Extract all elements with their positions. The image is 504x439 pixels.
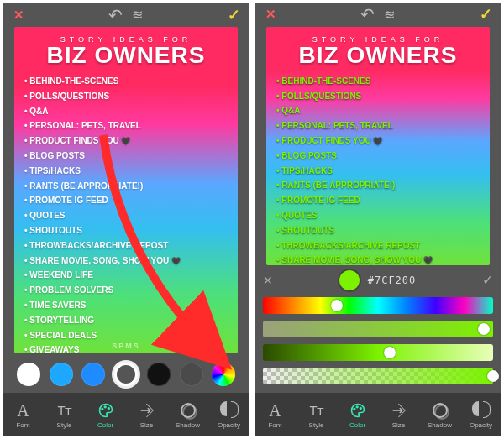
tab-size[interactable]: Size [129, 401, 165, 429]
design-canvas[interactable]: STORY IDEAS FOR BIZ OWNERS BEHIND-THE-SC… [266, 27, 490, 265]
saturation-slider[interactable] [263, 321, 493, 337]
style-icon [307, 401, 326, 420]
alpha-slider[interactable] [263, 368, 493, 384]
list-item: PROMOTE IG FEED [276, 193, 480, 208]
hue-slider[interactable] [263, 297, 493, 314]
graphic-bullet-list: BEHIND-THE-SCENESPOLLS/QUESTIONSQ&APERSO… [24, 74, 228, 357]
editor-screen-color-picker: STORY IDEAS FOR BIZ OWNERS BEHIND-THE-SC… [255, 3, 501, 436]
hex-value[interactable]: #7CF200 [368, 274, 417, 286]
confirm-icon[interactable] [226, 8, 241, 23]
tab-label: Color [349, 421, 365, 429]
list-item: QUOTES [24, 208, 228, 223]
tab-font[interactable]: Font [5, 401, 42, 429]
tab-style[interactable]: Style [46, 401, 83, 429]
list-item: SHOUTOUTS [276, 223, 480, 238]
size-icon [390, 401, 408, 420]
font-icon [266, 401, 285, 420]
layers-icon[interactable] [129, 8, 144, 23]
svg-point-0 [102, 409, 103, 410]
tab-opacity[interactable]: Opacity [463, 401, 500, 429]
list-item: SHOUTOUTS [24, 223, 228, 238]
swatch-blue-2[interactable] [81, 363, 105, 386]
current-color-swatch[interactable] [339, 270, 360, 290]
list-item: THROWBACKS/ARCHIVE REPOST [276, 238, 480, 253]
list-item: PERSONAL: PETS, TRAVEL [24, 118, 228, 133]
swatch-gray[interactable] [180, 363, 203, 386]
font-icon [14, 401, 33, 420]
list-item: BEHIND-THE-SCENES [24, 74, 228, 89]
style-icon [55, 401, 74, 420]
picker-confirm-icon[interactable] [482, 272, 493, 288]
design-canvas[interactable]: STORY IDEAS FOR BIZ OWNERS BEHIND-THE-SC… [14, 27, 238, 353]
top-toolbar [3, 3, 249, 27]
swatch-black[interactable] [147, 363, 171, 386]
palette-icon [349, 401, 367, 420]
confirm-icon[interactable] [478, 7, 493, 22]
tab-shadow[interactable]: Shadow [422, 401, 459, 429]
swatch-blue-1[interactable] [50, 363, 73, 386]
list-item: TIPS/HACKS [24, 164, 228, 179]
close-icon[interactable] [263, 7, 278, 22]
tab-label: Style [57, 421, 72, 429]
list-item: PRODUCT FINDS YOU [24, 133, 228, 149]
opacity-icon [220, 401, 239, 420]
opacity-icon [472, 401, 491, 420]
swatch-outline[interactable] [114, 363, 138, 386]
color-picker-panel: #7CF200 [255, 265, 501, 393]
list-item: POLLS/QUESTIONS [276, 89, 480, 104]
alpha-knob[interactable] [487, 370, 499, 382]
list-item: SHARE MOVIE, SONG, SHOW YOU [276, 253, 480, 264]
tab-label: Style [309, 421, 324, 429]
lightness-slider[interactable] [263, 344, 493, 361]
hue-knob[interactable] [331, 300, 343, 311]
tab-label: Font [16, 421, 29, 429]
list-item: STORYTELLING [24, 313, 228, 328]
svg-point-1 [104, 406, 106, 408]
list-item: RANTS (BE APPROPRIATE!) [24, 179, 228, 194]
graphic-title: BIZ OWNERS [276, 42, 480, 69]
list-item: Q&A [276, 103, 480, 118]
list-item: PRODUCT FINDS YOU [276, 133, 480, 149]
palette-icon [97, 401, 115, 420]
swatch-white[interactable] [17, 363, 40, 386]
list-item: QUOTES [276, 208, 480, 223]
watermark: SPMS [14, 342, 238, 350]
svg-point-3 [354, 409, 355, 410]
tab-shadow[interactable]: Shadow [170, 401, 207, 429]
bottom-tool-tabs: Font Style Color Size [255, 393, 501, 436]
tab-opacity[interactable]: Opacity [211, 401, 248, 429]
tab-style[interactable]: Style [298, 401, 335, 429]
list-item: PROBLEM SOLVERS [24, 283, 228, 298]
top-toolbar [255, 3, 501, 27]
tab-color[interactable]: Color [339, 401, 376, 429]
picker-close-icon[interactable] [263, 273, 273, 288]
lightness-knob[interactable] [384, 347, 396, 358]
list-item: BLOG POSTS [276, 149, 480, 164]
list-item: PERSONAL: PETS, TRAVEL [276, 118, 480, 133]
bottom-tool-tabs: Font Style Color Size [3, 393, 249, 436]
list-item: BEHIND-THE-SCENES [276, 74, 480, 89]
list-item: Q&A [24, 104, 228, 119]
list-item: TIPS/HACKS [276, 164, 480, 179]
undo-icon[interactable] [108, 8, 123, 23]
list-item: SPECIAL DEALS [24, 328, 228, 343]
close-icon[interactable] [11, 8, 26, 23]
tab-font[interactable]: Font [257, 401, 294, 429]
graphic-title: BIZ OWNERS [24, 42, 228, 69]
tab-label: Shadow [428, 421, 452, 429]
svg-point-5 [360, 408, 361, 410]
shadow-icon [431, 401, 449, 420]
list-item: BLOG POSTS [24, 149, 228, 164]
saturation-knob[interactable] [478, 323, 490, 335]
tab-size[interactable]: Size [381, 401, 417, 429]
shadow-icon [179, 401, 197, 420]
tab-label: Size [392, 421, 406, 429]
swatch-rainbow[interactable] [212, 363, 235, 386]
tab-label: Color [97, 421, 113, 429]
tab-label: Font [268, 421, 281, 429]
tab-label: Opacity [470, 421, 492, 429]
tab-color[interactable]: Color [87, 401, 124, 429]
undo-icon[interactable] [360, 7, 375, 22]
size-icon [138, 401, 156, 420]
layers-icon[interactable] [381, 7, 396, 22]
